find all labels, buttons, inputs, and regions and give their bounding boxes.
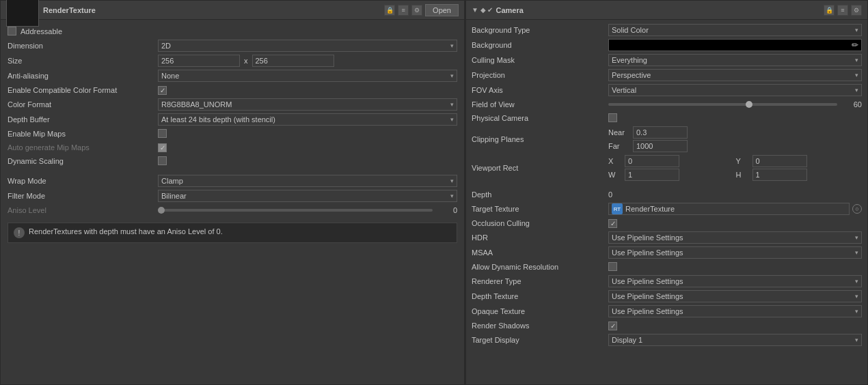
fov-axis-row: FOV Axis Vertical (466, 83, 867, 98)
antialiasing-row: Anti-aliasing None (1, 68, 464, 83)
right-panel-title: Camera (496, 6, 523, 14)
render-shadows-label: Render Shadows (472, 322, 608, 330)
target-display-label: Target Display (472, 336, 608, 344)
fov-axis-dropdown[interactable]: Vertical (608, 84, 862, 96)
near-row: Near 0.3 (608, 126, 862, 139)
fov-slider: 60 (608, 100, 862, 109)
viewport-label: Viewport Rect (472, 164, 608, 172)
opaque-texture-dropdown[interactable]: Use Pipeline Settings (608, 305, 862, 317)
info-icon: ! (14, 227, 25, 238)
enable-compat-checkbox[interactable] (158, 86, 167, 95)
vp-x-item: X 0 (608, 155, 735, 167)
vp-x-input[interactable]: 0 (625, 155, 679, 167)
culling-mask-row: Culling Mask Everything (466, 53, 867, 68)
target-display-dropdown[interactable]: Display 1 (608, 334, 862, 346)
size-width-input[interactable]: 256 (158, 55, 240, 67)
depth-buffer-dropdown[interactable]: At least 24 bits depth (with stencil) (158, 113, 457, 126)
target-texture-field-row: RT RenderTexture ○ (608, 203, 862, 215)
dynamic-scaling-row: Dynamic Scaling (1, 154, 464, 168)
target-texture-field[interactable]: RT RenderTexture (608, 203, 850, 215)
auto-gen-mip-checkbox[interactable] (158, 143, 167, 152)
size-row: Size 256 x 256 (1, 53, 464, 68)
depth-texture-dropdown[interactable]: Use Pipeline Settings (608, 290, 862, 302)
bg-color-swatch[interactable]: ✏ (608, 39, 862, 51)
occlusion-checkbox[interactable] (608, 219, 617, 228)
icon-gear[interactable]: ⚙ (411, 5, 422, 16)
allow-dynamic-checkbox[interactable] (608, 262, 617, 271)
info-box: ! RenderTextures with depth must have an… (8, 223, 457, 243)
open-button[interactable]: Open (425, 4, 459, 16)
occlusion-row: Occlusion Culling (466, 216, 867, 230)
texture-icon: RT (612, 203, 623, 214)
projection-row: Projection Perspective (466, 68, 867, 83)
dimension-value: 2D (158, 40, 457, 52)
allow-dynamic-label: Allow Dynamic Resolution (472, 263, 608, 271)
vp-w-label: W (608, 171, 622, 179)
hdr-dropdown[interactable]: Use Pipeline Settings (608, 231, 862, 244)
icon-menu[interactable]: ≡ (398, 5, 409, 16)
fov-thumb[interactable] (746, 101, 752, 108)
opaque-texture-row: Opaque Texture Use Pipeline Settings (466, 304, 867, 319)
msaa-value: Use Pipeline Settings (608, 246, 862, 259)
hdr-label: HDR (472, 233, 608, 242)
size-inputs: 256 x 256 (158, 55, 457, 67)
size-height-input[interactable]: 256 (252, 55, 334, 67)
msaa-dropdown[interactable]: Use Pipeline Settings (608, 246, 862, 259)
fov-axis-label: FOV Axis (472, 86, 608, 94)
addressable-row: Addressable (1, 24, 464, 38)
left-header-controls: 🔒 ≡ ⚙ Open (384, 4, 459, 16)
depth-buffer-row: Depth Buffer At least 24 bits depth (wit… (1, 112, 464, 127)
aniso-slider-thumb[interactable] (158, 207, 165, 214)
vp-w-item: W 1 (608, 169, 735, 181)
target-texture-row: Target Texture RT RenderTexture ○ (466, 201, 867, 216)
right-divider (466, 182, 867, 188)
viewport-value: X 0 Y 0 W 1 (608, 155, 862, 181)
vp-y-input[interactable]: 0 (752, 155, 807, 167)
physical-cam-label: Physical Camera (472, 114, 608, 122)
render-shadows-checkbox[interactable] (608, 322, 617, 330)
size-label: Size (8, 57, 158, 65)
projection-dropdown[interactable]: Perspective (608, 69, 862, 81)
color-format-dropdown[interactable]: R8G8B8A8_UNORM (158, 98, 457, 111)
left-panel-content: Addressable Dimension 2D Size 256 x (1, 20, 464, 384)
antialiasing-dropdown[interactable]: None (158, 70, 457, 82)
clipping-row: Clipping Planes Near 0.3 Far 1000 (466, 125, 867, 154)
bg-value: ✏ (608, 39, 862, 51)
filter-mode-dropdown[interactable]: Bilinear (158, 190, 457, 202)
physical-cam-row: Physical Camera (466, 111, 867, 125)
aniso-slider-track[interactable] (158, 209, 433, 212)
fov-track[interactable] (608, 103, 837, 106)
bg-type-label: Background Type (472, 26, 608, 34)
dimension-row: Dimension 2D (1, 38, 464, 53)
left-panel-header: RenderTexture 🔒 ≡ ⚙ Open (1, 1, 464, 20)
right-icon-lock[interactable]: 🔒 (824, 5, 835, 16)
right-icon-menu[interactable]: ≡ (837, 5, 848, 16)
vp-h-input[interactable]: 1 (752, 169, 807, 181)
addressable-checkbox[interactable] (8, 27, 16, 35)
wrap-mode-dropdown[interactable]: Clamp (158, 175, 457, 187)
left-panel: RenderTexture 🔒 ≡ ⚙ Open Addressable Dim… (0, 0, 465, 385)
viewport-grid: X 0 Y 0 W 1 (608, 155, 862, 181)
enable-mip-checkbox[interactable] (158, 129, 167, 138)
bg-label: Background (472, 41, 608, 49)
icon-lock[interactable]: 🔒 (384, 5, 395, 16)
depth-buffer-value: At least 24 bits depth (with stencil) (158, 113, 457, 126)
dimension-dropdown[interactable]: 2D (158, 40, 457, 52)
depth-row: Depth 0 (466, 188, 867, 201)
near-input[interactable]: 0.3 (633, 126, 688, 139)
target-texture-value: RT RenderTexture ○ (608, 203, 862, 215)
opaque-texture-value: Use Pipeline Settings (608, 305, 862, 317)
culling-mask-dropdown[interactable]: Everything (608, 54, 862, 66)
far-input[interactable]: 1000 (633, 140, 688, 152)
dynamic-scaling-value (158, 156, 457, 167)
header-icons: 🔒 ≡ ⚙ (384, 5, 422, 16)
target-texture-select-btn[interactable]: ○ (852, 204, 862, 214)
fov-axis-value: Vertical (608, 84, 862, 96)
addressable-label: Addressable (21, 27, 62, 35)
dynamic-scaling-checkbox[interactable] (158, 156, 167, 165)
right-icon-gear[interactable]: ⚙ (851, 5, 862, 16)
bg-type-dropdown[interactable]: Solid Color (608, 24, 862, 36)
physical-cam-checkbox[interactable] (608, 113, 617, 122)
vp-w-input[interactable]: 1 (625, 169, 679, 181)
renderer-type-dropdown[interactable]: Use Pipeline Settings (608, 275, 862, 287)
